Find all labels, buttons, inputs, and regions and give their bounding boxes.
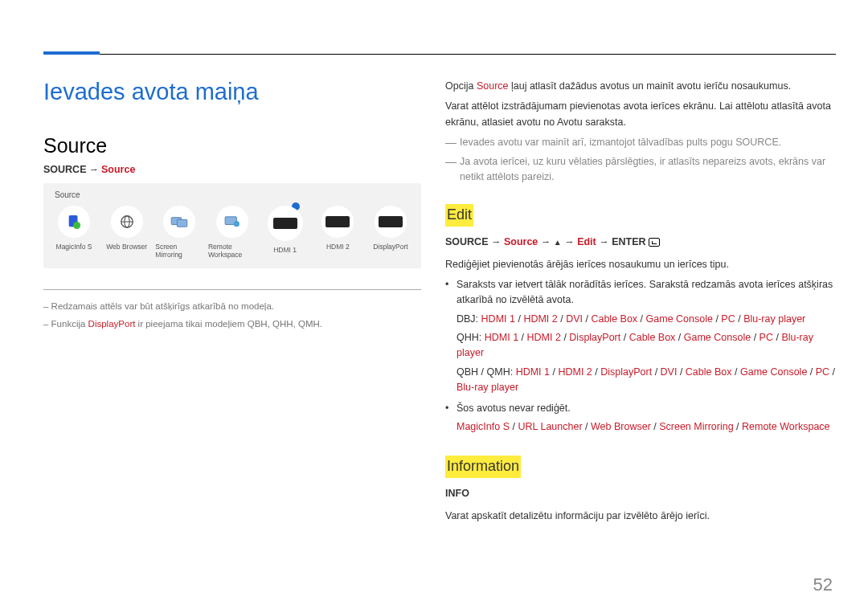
intro-p1: Opcija Source ļauj atlasīt dažādus avotu… [445,79,836,94]
dash-note-2: ―Ja avota ierīcei, uz kuru vēlaties pārs… [445,154,836,186]
source-item-magicinfo[interactable]: MagicInfo S [50,206,98,259]
source-item-hdmi1[interactable]: HDMI 1 [261,206,309,259]
svg-point-1 [73,222,80,229]
dash-note-1: ―Ievades avotu var mainīt arī, izmantojo… [445,135,836,150]
screen-mirroring-icon [163,206,195,238]
globe-icon [111,206,143,238]
svg-point-8 [234,221,240,227]
remote-workspace-icon [216,206,248,238]
enter-icon [649,238,660,247]
qbh-row: QBH / QMH: HDMI 1 / HDMI 2 / DisplayPort… [457,365,836,396]
displayport-icon [375,206,407,238]
source-panel: Source MagicInfo S Web Browser [43,183,421,268]
header-divider [43,31,836,55]
note-displayport: – Funkcija DisplayPort ir pieejama tikai… [43,319,421,329]
edit-path: SOURCE → Source → ▲ → Edit → ENTER [445,235,836,250]
information-heading: Information [445,456,521,478]
page-title: Ievades avota maiņa [43,79,421,105]
source-heading: Source [43,134,421,157]
qhh-row: QHH: HDMI 1 / HDMI 2 / DisplayPort / Cab… [457,330,836,362]
source-item-hdmi2[interactable]: HDMI 2 [313,206,362,259]
source-item-remoteworkspace[interactable]: Remote Workspace [208,206,256,259]
source-path: SOURCE→Source [43,164,421,175]
intro-p2: Varat attēlot izstrādājumam pievienotas … [445,99,836,130]
edit-desc: Rediģējiet pievienotās ārējās ierīces no… [445,257,836,272]
magicinfo-icon [58,206,90,238]
note-model: – Redzamais attēls var būt atšķirīgs atk… [43,301,421,311]
svg-rect-6 [178,219,187,227]
panel-title: Source [50,188,415,206]
info-desc: Varat apskatīt detalizētu informāciju pa… [445,509,836,524]
source-item-displayport[interactable]: DisplayPort [366,206,415,259]
page-number: 52 [813,574,833,595]
edit-heading: Edit [445,204,473,227]
bullet-list2: Šos avotus nevar rediģēt. MagicInfo S / … [457,401,836,435]
source-item-webbrowser[interactable]: Web Browser [103,206,151,259]
dbj-row: DBJ: HDMI 1 / HDMI 2 / DVI / Cable Box /… [457,312,836,327]
hdmi-icon [268,206,303,241]
noedit-row: MagicInfo S / URL Launcher / Web Browser… [457,419,836,435]
hdmi-icon [321,206,354,238]
info-label: INFO [445,486,836,501]
bullet-list1: Saraksts var ietvert tālāk norādītās ier… [457,277,836,396]
source-item-screenmirroring[interactable]: Screen Mirroring [155,206,203,259]
